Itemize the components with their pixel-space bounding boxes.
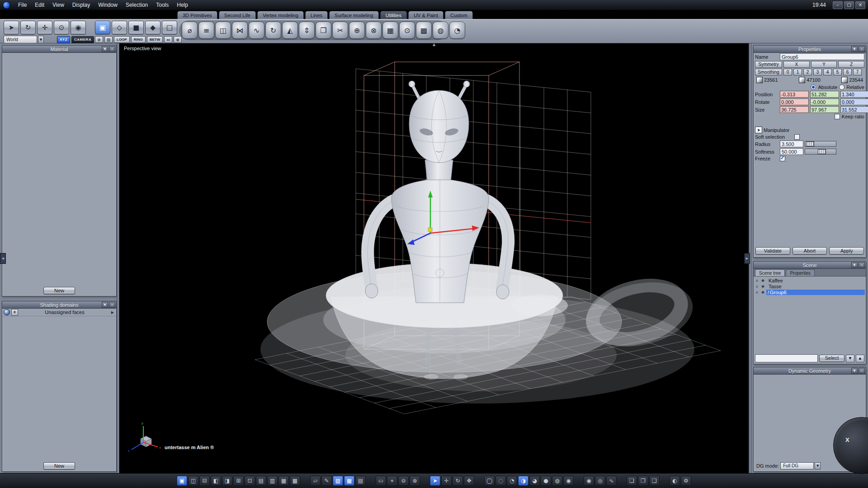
move-tool-icon[interactable]: ✛ xyxy=(441,476,452,486)
shading-domain-row[interactable]: + Unassigned faces ▶ xyxy=(2,309,116,316)
center-selection-icon[interactable]: ⌖ xyxy=(387,476,397,486)
visibility-icon[interactable]: ◉ xyxy=(760,278,765,282)
copy-tool-icon[interactable]: ❐ xyxy=(316,22,331,39)
symmetry-y-button[interactable]: Y xyxy=(811,61,837,68)
mirror-tool-icon[interactable]: ◫ xyxy=(215,22,231,39)
scene-item-kaffee[interactable]: ⌂ ◉ Kaffee xyxy=(754,277,866,283)
menu-file[interactable]: File xyxy=(14,1,31,9)
dynamic-geometry-toggle-icon[interactable]: ◐ xyxy=(670,476,680,486)
instance-object-icon[interactable]: ❑ xyxy=(649,476,660,486)
abort-button[interactable]: Abort xyxy=(793,247,827,254)
copy-object-icon[interactable]: ❏ xyxy=(627,476,637,486)
panel-close-button[interactable]: × xyxy=(859,368,865,374)
smoothing-1-button[interactable]: 1 xyxy=(793,69,802,75)
zoom-camera-icon[interactable]: ⊙ xyxy=(54,21,69,34)
layout-wide-top-icon[interactable]: ▤ xyxy=(256,476,266,486)
ruler-tool-icon[interactable]: ≡ xyxy=(198,22,214,39)
size-z-input[interactable] xyxy=(840,106,868,113)
panel-collapse-button[interactable]: ▼ xyxy=(851,46,858,52)
panel-close-button[interactable]: × xyxy=(859,262,865,268)
xyz-mode-button[interactable]: XYZ xyxy=(57,36,70,43)
select-through-toggle-icon[interactable]: ▨ xyxy=(104,36,113,43)
layout-three-left-icon[interactable]: ◧ xyxy=(211,476,221,486)
scissors-tool-icon[interactable]: ✂ xyxy=(332,22,348,39)
layout-two-vertical-icon[interactable]: ◫ xyxy=(188,476,198,486)
layout-three-right-icon[interactable]: ◨ xyxy=(222,476,232,486)
camera-mode-button[interactable]: CAMERA xyxy=(71,36,94,43)
loop-button[interactable]: LOOP xyxy=(114,36,130,43)
panel-collapse-button[interactable]: ▼ xyxy=(102,46,108,52)
lock-icon[interactable]: ⌂ xyxy=(755,284,760,288)
layout-grid-icon[interactable]: ▦ xyxy=(278,476,289,486)
zoom-out-icon[interactable]: ⊖ xyxy=(398,476,409,486)
soft-selection-checkbox[interactable] xyxy=(794,134,800,140)
shading-material-icon[interactable]: ◉ xyxy=(563,476,574,486)
tab-surface-modeling[interactable]: Surface modeling xyxy=(329,11,379,19)
material-new-button[interactable]: New xyxy=(43,287,75,294)
tab-scene-tree[interactable]: Scene tree xyxy=(755,269,785,276)
measure-tool-icon[interactable]: ⌀ xyxy=(182,22,198,39)
fit-view-icon[interactable]: ▭ xyxy=(376,476,386,486)
select-auto-icon[interactable]: □ xyxy=(162,21,177,34)
paint-editor-icon[interactable]: ✎ xyxy=(321,476,332,486)
smoothing-button[interactable]: Smoothing xyxy=(755,69,782,75)
properties-panel-titlebar[interactable]: Properties ▼ × xyxy=(754,46,866,53)
symmetry-z-button[interactable]: Z xyxy=(838,61,864,68)
softness-input[interactable] xyxy=(780,148,803,155)
shading-wireframe-icon[interactable]: ◯ xyxy=(484,476,495,486)
hide-others-icon[interactable]: ◎ xyxy=(595,476,605,486)
world-select[interactable]: World xyxy=(4,36,37,43)
rotate-z-input[interactable] xyxy=(840,99,868,105)
smoothing-4-button[interactable]: 4 xyxy=(823,69,832,75)
layout-wide-bottom-icon[interactable]: ▥ xyxy=(267,476,278,486)
shading-new-button[interactable]: New xyxy=(43,462,75,469)
rotate-y-input[interactable] xyxy=(810,99,839,105)
dg-panel-titlebar[interactable]: Dynamic Geometry ▼ × xyxy=(754,367,866,375)
panel-close-button[interactable]: × xyxy=(109,46,115,52)
stretch-tool-icon[interactable]: ⇕ xyxy=(299,22,315,39)
tab-scene-properties[interactable]: Properties xyxy=(786,269,815,276)
smoothing-5-button[interactable]: 5 xyxy=(833,69,842,75)
boolean-tool-icon[interactable]: ⊗ xyxy=(366,22,382,39)
tab-lines[interactable]: Lines xyxy=(305,11,328,19)
radius-slider[interactable] xyxy=(805,141,836,147)
panel-close-button[interactable]: × xyxy=(859,46,865,52)
paste-object-icon[interactable]: ❐ xyxy=(638,476,648,486)
visibility-icon[interactable]: ◉ xyxy=(760,284,765,288)
shading-smooth-icon[interactable]: ◑ xyxy=(518,476,528,486)
relative-radio[interactable] xyxy=(839,84,844,90)
scene-item-group6[interactable]: ⌂ ◉ /Group6 xyxy=(754,289,866,295)
position-z-input[interactable] xyxy=(840,91,868,98)
visibility-icon[interactable]: ◉ xyxy=(760,290,765,294)
apply-button[interactable]: Apply xyxy=(829,247,864,254)
radius-input[interactable] xyxy=(780,141,803,147)
freeze-checkbox[interactable] xyxy=(780,156,785,161)
panel-close-button[interactable]: × xyxy=(109,302,115,308)
shading-hidden-line-icon[interactable]: ◌ xyxy=(495,476,506,486)
select-arrow-icon[interactable]: ➤ xyxy=(4,21,19,34)
size-y-input[interactable] xyxy=(810,106,839,113)
symmetry-x-button[interactable]: X xyxy=(783,61,810,68)
select-points-icon[interactable]: ▣ xyxy=(95,21,110,34)
collapse-right-panel-handle[interactable]: ▶ xyxy=(744,253,750,264)
position-x-input[interactable] xyxy=(780,91,809,98)
layout-custom-icon[interactable]: ▩ xyxy=(290,476,300,486)
smoothing-3-button[interactable]: 3 xyxy=(813,69,822,75)
taper-tool-icon[interactable]: ◭ xyxy=(282,22,298,39)
close-button[interactable]: × xyxy=(855,1,865,9)
position-y-input[interactable] xyxy=(810,91,839,98)
lock-icon[interactable]: ⌂ xyxy=(755,290,760,294)
ghost-mode-icon[interactable]: ∿ xyxy=(606,476,617,486)
texture-view-icon[interactable]: ▧ xyxy=(333,476,343,486)
magnet-tool-icon[interactable]: ⊙ xyxy=(399,22,415,39)
shading-flat-icon[interactable]: ◔ xyxy=(507,476,517,486)
zoom-in-icon[interactable]: ⊕ xyxy=(410,476,420,486)
pan-camera-icon[interactable]: ✛ xyxy=(37,21,52,34)
layout-two-horizontal-icon[interactable]: ⊟ xyxy=(199,476,210,486)
shading-textured-icon[interactable]: ● xyxy=(541,476,551,486)
tab-uv-paint[interactable]: UV & Paint xyxy=(408,11,443,19)
smoothing-6-button[interactable]: 6 xyxy=(843,69,852,75)
select-edges-icon[interactable]: ◇ xyxy=(112,21,127,34)
shading-textured-wire-icon[interactable]: ◍ xyxy=(552,476,562,486)
background-grid-icon[interactable]: ▤ xyxy=(355,476,366,486)
